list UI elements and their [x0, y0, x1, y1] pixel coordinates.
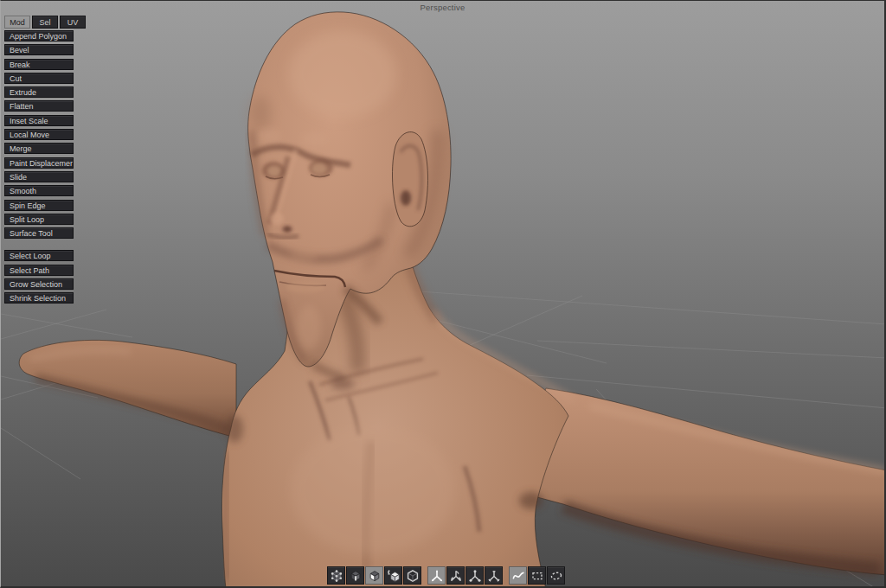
toolbar-group-component-mode	[327, 566, 421, 585]
viewport-label: Perspective	[1, 3, 884, 12]
object-mode-icon	[387, 569, 401, 583]
vertex-mode-button[interactable]	[327, 566, 345, 585]
paint-select-icon	[511, 569, 525, 583]
object-mode-button[interactable]	[384, 566, 402, 585]
face-mode-icon	[368, 569, 382, 583]
toolbar-group-selection-style	[509, 566, 565, 585]
modeling-tool-list: Append PolygonBevelBreakCutExtrudeFlatte…	[4, 30, 74, 239]
edge-mode-icon	[349, 569, 363, 583]
tab-uv[interactable]: UV	[60, 16, 86, 29]
multi-mode-icon	[406, 569, 420, 583]
sidebar-tabs: ModSelUV	[4, 16, 87, 29]
marquee-select-icon	[530, 569, 544, 583]
universal-manipulator-icon	[487, 569, 501, 583]
3d-viewport-canvas[interactable]	[1, 1, 886, 588]
move-manipulator-button[interactable]	[427, 566, 446, 585]
tool-button-merge[interactable]: Merge	[4, 143, 74, 154]
sidebar-gap	[4, 241, 87, 250]
tool-button-select-loop[interactable]: Select Loop	[4, 250, 74, 261]
tool-button-append-polygon[interactable]: Append Polygon	[4, 30, 74, 42]
tool-button-local-move[interactable]: Local Move	[4, 129, 74, 140]
selection-tool-list: Select LoopSelect PathGrow SelectionShri…	[4, 250, 74, 304]
bottom-toolbar	[327, 566, 565, 585]
move-manipulator-icon	[430, 569, 444, 583]
face-mode-button[interactable]	[365, 566, 383, 585]
rotate-manipulator-icon	[449, 569, 463, 583]
app-window: Perspective ModSelUV Append PolygonBevel…	[0, 0, 886, 588]
tool-button-split-loop[interactable]: Split Loop	[4, 214, 74, 225]
scale-manipulator-icon	[468, 569, 482, 583]
tool-button-select-path[interactable]: Select Path	[4, 265, 74, 276]
tool-button-surface-tool[interactable]: Surface Tool	[4, 227, 74, 239]
edge-mode-button[interactable]	[346, 566, 364, 585]
tool-button-flatten[interactable]: Flatten	[4, 100, 74, 112]
tool-button-grow-selection[interactable]: Grow Selection	[4, 278, 74, 290]
tool-button-inset-scale[interactable]: Inset Scale	[4, 115, 74, 126]
character-model[interactable]	[19, 12, 886, 588]
tool-button-break[interactable]: Break	[4, 59, 74, 70]
tool-button-paint-displacement[interactable]: Paint Displacement	[4, 157, 74, 169]
lasso-select-icon	[549, 569, 563, 583]
tab-mod[interactable]: Mod	[4, 16, 30, 29]
tool-button-smooth[interactable]: Smooth	[4, 185, 74, 196]
tool-sidebar: ModSelUV Append PolygonBevelBreakCutExtr…	[4, 16, 87, 307]
model-ear[interactable]	[392, 132, 427, 227]
tool-button-shrink-selection[interactable]: Shrink Selection	[4, 292, 74, 304]
multi-mode-button[interactable]	[403, 566, 421, 585]
scale-manipulator-button[interactable]	[465, 566, 484, 585]
paint-select-button[interactable]	[509, 566, 527, 585]
tool-button-bevel[interactable]: Bevel	[4, 44, 74, 55]
tool-button-extrude[interactable]: Extrude	[4, 86, 74, 98]
tool-button-slide[interactable]: Slide	[4, 171, 74, 182]
rotate-manipulator-button[interactable]	[446, 566, 465, 585]
toolbar-group-manipulators	[427, 566, 503, 585]
lasso-select-button[interactable]	[547, 566, 565, 585]
tab-sel[interactable]: Sel	[32, 16, 58, 29]
tool-button-spin-edge[interactable]: Spin Edge	[4, 200, 74, 211]
tool-button-cut[interactable]: Cut	[4, 73, 74, 84]
vertex-mode-icon	[330, 569, 343, 583]
universal-manipulator-button[interactable]	[485, 566, 503, 585]
marquee-select-button[interactable]	[528, 566, 546, 585]
